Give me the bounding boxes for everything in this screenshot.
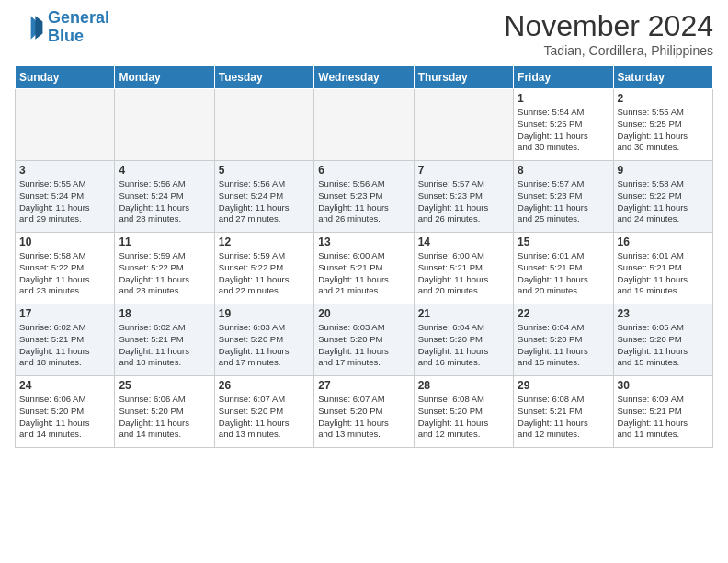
day-number: 26 (219, 379, 310, 392)
day-number: 4 (119, 164, 210, 177)
day-info: Sunrise: 6:03 AMSunset: 5:20 PMDaylight:… (219, 322, 310, 369)
day-number: 5 (219, 164, 310, 177)
day-number: 11 (119, 236, 210, 248)
day-number: 8 (518, 164, 609, 177)
weekday-header-friday: Friday (514, 66, 613, 89)
day-info: Sunrise: 5:55 AMSunset: 5:25 PMDaylight:… (618, 107, 709, 154)
logo-line1: General (48, 8, 109, 27)
calendar-cell: 8Sunrise: 5:57 AMSunset: 5:23 PMDaylight… (514, 161, 613, 233)
day-info: Sunrise: 6:01 AMSunset: 5:21 PMDaylight:… (618, 250, 709, 297)
day-info: Sunrise: 6:00 AMSunset: 5:21 PMDaylight:… (318, 250, 409, 297)
calendar-cell: 12Sunrise: 5:59 AMSunset: 5:22 PMDayligh… (214, 233, 313, 304)
calendar-cell: 1Sunrise: 5:54 AMSunset: 5:25 PMDaylight… (514, 89, 613, 161)
day-number: 1 (518, 92, 609, 105)
day-number: 15 (518, 236, 609, 248)
week-row-3: 10Sunrise: 5:58 AMSunset: 5:22 PMDayligh… (16, 233, 713, 304)
calendar-cell: 7Sunrise: 5:57 AMSunset: 5:23 PMDaylight… (414, 161, 513, 233)
page: General Blue November 2024 Tadian, Cordi… (0, 0, 728, 563)
day-number: 7 (418, 164, 509, 177)
day-info: Sunrise: 6:02 AMSunset: 5:21 PMDaylight:… (19, 322, 110, 369)
day-info: Sunrise: 6:02 AMSunset: 5:21 PMDaylight:… (119, 322, 210, 369)
calendar-cell: 16Sunrise: 6:01 AMSunset: 5:21 PMDayligh… (613, 233, 712, 304)
day-number: 30 (618, 379, 709, 392)
day-info: Sunrise: 5:59 AMSunset: 5:22 PMDaylight:… (219, 250, 310, 297)
title-block: November 2024 Tadian, Cordillera, Philip… (504, 9, 713, 58)
day-info: Sunrise: 5:57 AMSunset: 5:23 PMDaylight:… (418, 178, 509, 225)
calendar-cell: 17Sunrise: 6:02 AMSunset: 5:21 PMDayligh… (16, 304, 115, 376)
day-info: Sunrise: 6:06 AMSunset: 5:20 PMDaylight:… (119, 394, 210, 441)
week-row-4: 17Sunrise: 6:02 AMSunset: 5:21 PMDayligh… (16, 304, 713, 376)
calendar-cell: 14Sunrise: 6:00 AMSunset: 5:21 PMDayligh… (414, 233, 513, 304)
day-info: Sunrise: 6:07 AMSunset: 5:20 PMDaylight:… (318, 394, 409, 441)
calendar-cell (314, 89, 414, 161)
month-title: November 2024 (504, 9, 713, 43)
calendar: SundayMondayTuesdayWednesdayThursdayFrid… (15, 65, 713, 448)
weekday-header-thursday: Thursday (414, 66, 513, 89)
weekday-header-tuesday: Tuesday (214, 66, 313, 89)
calendar-cell: 13Sunrise: 6:00 AMSunset: 5:21 PMDayligh… (314, 233, 414, 304)
header: General Blue November 2024 Tadian, Cordi… (15, 9, 713, 58)
day-number: 6 (318, 164, 409, 177)
logo-line2: Blue (48, 28, 109, 46)
day-number: 18 (119, 307, 210, 320)
day-info: Sunrise: 6:08 AMSunset: 5:20 PMDaylight:… (418, 394, 509, 441)
calendar-cell: 25Sunrise: 6:06 AMSunset: 5:20 PMDayligh… (115, 376, 214, 448)
day-info: Sunrise: 5:54 AMSunset: 5:25 PMDaylight:… (518, 107, 609, 154)
day-number: 27 (318, 379, 409, 392)
logo-icon (15, 13, 44, 42)
day-info: Sunrise: 5:56 AMSunset: 5:24 PMDaylight:… (219, 178, 310, 225)
day-number: 19 (219, 307, 310, 320)
day-number: 14 (418, 236, 509, 248)
logo: General Blue (15, 9, 109, 46)
calendar-cell: 30Sunrise: 6:09 AMSunset: 5:21 PMDayligh… (613, 376, 712, 448)
calendar-cell: 27Sunrise: 6:07 AMSunset: 5:20 PMDayligh… (314, 376, 414, 448)
location: Tadian, Cordillera, Philippines (504, 43, 713, 58)
calendar-cell: 20Sunrise: 6:03 AMSunset: 5:20 PMDayligh… (314, 304, 414, 376)
calendar-cell: 18Sunrise: 6:02 AMSunset: 5:21 PMDayligh… (115, 304, 214, 376)
day-info: Sunrise: 6:03 AMSunset: 5:20 PMDaylight:… (318, 322, 409, 369)
day-info: Sunrise: 5:56 AMSunset: 5:23 PMDaylight:… (318, 178, 409, 225)
day-info: Sunrise: 5:59 AMSunset: 5:22 PMDaylight:… (119, 250, 210, 297)
calendar-cell: 15Sunrise: 6:01 AMSunset: 5:21 PMDayligh… (514, 233, 613, 304)
day-info: Sunrise: 6:06 AMSunset: 5:20 PMDaylight:… (19, 394, 110, 441)
week-row-5: 24Sunrise: 6:06 AMSunset: 5:20 PMDayligh… (16, 376, 713, 448)
logo-text: General Blue (48, 9, 109, 46)
day-number: 12 (219, 236, 310, 248)
day-info: Sunrise: 5:58 AMSunset: 5:22 PMDaylight:… (618, 178, 709, 225)
weekday-header-saturday: Saturday (613, 66, 712, 89)
week-row-2: 3Sunrise: 5:55 AMSunset: 5:24 PMDaylight… (16, 161, 713, 233)
calendar-cell: 28Sunrise: 6:08 AMSunset: 5:20 PMDayligh… (414, 376, 513, 448)
calendar-cell: 3Sunrise: 5:55 AMSunset: 5:24 PMDaylight… (16, 161, 115, 233)
calendar-cell: 9Sunrise: 5:58 AMSunset: 5:22 PMDaylight… (613, 161, 712, 233)
day-number: 25 (119, 379, 210, 392)
day-info: Sunrise: 5:58 AMSunset: 5:22 PMDaylight:… (19, 250, 110, 297)
calendar-cell: 19Sunrise: 6:03 AMSunset: 5:20 PMDayligh… (214, 304, 313, 376)
calendar-cell (115, 89, 214, 161)
calendar-cell: 22Sunrise: 6:04 AMSunset: 5:20 PMDayligh… (514, 304, 613, 376)
weekday-header-wednesday: Wednesday (314, 66, 414, 89)
day-info: Sunrise: 6:00 AMSunset: 5:21 PMDaylight:… (418, 250, 509, 297)
calendar-cell: 6Sunrise: 5:56 AMSunset: 5:23 PMDaylight… (314, 161, 414, 233)
day-number: 9 (618, 164, 709, 177)
calendar-cell: 5Sunrise: 5:56 AMSunset: 5:24 PMDaylight… (214, 161, 313, 233)
calendar-cell: 23Sunrise: 6:05 AMSunset: 5:20 PMDayligh… (613, 304, 712, 376)
calendar-cell: 29Sunrise: 6:08 AMSunset: 5:21 PMDayligh… (514, 376, 613, 448)
day-info: Sunrise: 6:04 AMSunset: 5:20 PMDaylight:… (418, 322, 509, 369)
day-number: 24 (19, 379, 110, 392)
calendar-cell (414, 89, 513, 161)
calendar-cell: 24Sunrise: 6:06 AMSunset: 5:20 PMDayligh… (16, 376, 115, 448)
day-number: 29 (518, 379, 609, 392)
week-row-1: 1Sunrise: 5:54 AMSunset: 5:25 PMDaylight… (16, 89, 713, 161)
day-info: Sunrise: 6:07 AMSunset: 5:20 PMDaylight:… (219, 394, 310, 441)
day-info: Sunrise: 6:04 AMSunset: 5:20 PMDaylight:… (518, 322, 609, 369)
calendar-cell: 10Sunrise: 5:58 AMSunset: 5:22 PMDayligh… (16, 233, 115, 304)
day-number: 3 (19, 164, 110, 177)
day-number: 10 (19, 236, 110, 248)
day-info: Sunrise: 5:56 AMSunset: 5:24 PMDaylight:… (119, 178, 210, 225)
calendar-cell (16, 89, 115, 161)
day-info: Sunrise: 5:57 AMSunset: 5:23 PMDaylight:… (518, 178, 609, 225)
day-number: 16 (618, 236, 709, 248)
day-info: Sunrise: 6:08 AMSunset: 5:21 PMDaylight:… (518, 394, 609, 441)
weekday-header-row: SundayMondayTuesdayWednesdayThursdayFrid… (16, 66, 713, 89)
day-number: 28 (418, 379, 509, 392)
